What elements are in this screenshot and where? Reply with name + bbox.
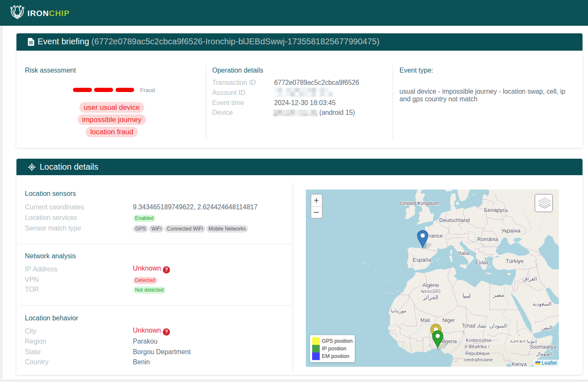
svg-text:Ködörösêse: Ködörösêse (466, 338, 491, 343)
svg-text:Algérie: Algérie (423, 282, 439, 288)
svg-text:République: République (465, 351, 490, 356)
svg-text:tî Bêafrîka /: tî Bêafrîka / (465, 344, 490, 349)
svg-text:Italia: Italia (458, 250, 469, 256)
svg-text:Ελλάς: Ελλάς (475, 260, 489, 266)
svg-text:ليبيا: ليبيا (462, 293, 471, 299)
svg-text:Беларусь: Беларусь (484, 207, 508, 213)
svg-text:Mali: Mali (421, 317, 430, 323)
svg-text:Tchad تشاد: Tchad تشاد (462, 323, 486, 329)
svg-text:Soomaaliya: Soomaaliya (530, 344, 556, 350)
svg-text:مصر: مصر (493, 292, 504, 298)
svg-text:Україна: Україна (501, 228, 521, 234)
svg-text:اليمن: اليمن (541, 325, 552, 331)
svg-text:Deutschland: Deutschland (439, 217, 469, 223)
svg-text:France: France (426, 233, 442, 239)
svg-text:الجزائر: الجزائر (423, 295, 438, 301)
svg-text:ꓠꓫꓫoS⁑O: ꓠꓫꓫoS⁑O (421, 289, 440, 294)
svg-text:centrafricaine: centrafricaine (464, 357, 493, 362)
svg-text:Niger: Niger (442, 317, 455, 323)
svg-text:United Kingdom: United Kingdom (400, 200, 440, 206)
svg-text:España: España (413, 257, 432, 263)
svg-text:موريتانيا: موريتانيا (391, 308, 406, 314)
svg-text:الصومال: الصومال (536, 351, 553, 357)
svg-text:ኢትዮጵያ إثيوبيا: ኢትዮጵያ إثيوبيا (510, 339, 537, 344)
svg-text:Türkiye: Türkiye (506, 258, 524, 264)
svg-text:السعودية: السعودية (533, 301, 552, 307)
svg-text:السودان: السودان (489, 323, 507, 329)
svg-text:العراق: العراق (523, 276, 537, 282)
svg-text:Kenya: Kenya (512, 361, 526, 367)
svg-text:România: România (477, 236, 498, 242)
